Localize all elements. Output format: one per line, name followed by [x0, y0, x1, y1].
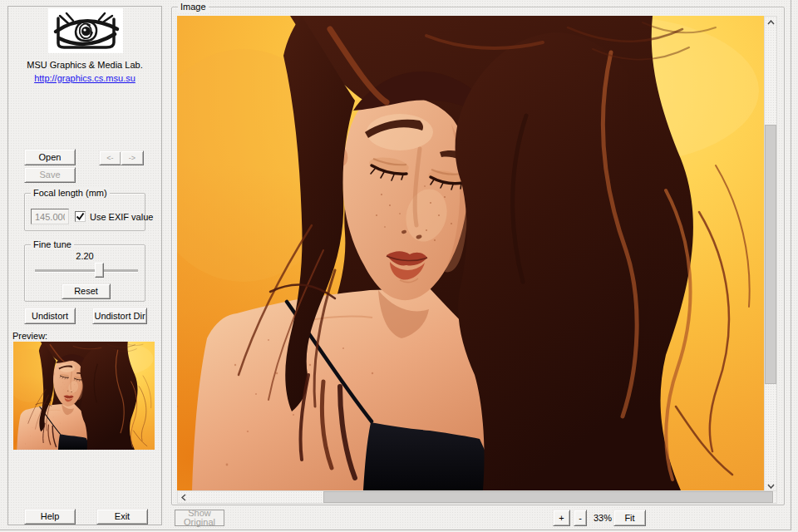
fine-tune-slider-thumb[interactable]	[95, 263, 104, 278]
focal-length-input[interactable]	[31, 209, 69, 224]
reset-button[interactable]: Reset	[62, 283, 111, 299]
lab-logo	[48, 8, 123, 53]
undistort-button[interactable]: Undistort	[24, 308, 76, 324]
portrait-photo[interactable]	[177, 16, 764, 490]
zoom-in-button[interactable]: +	[553, 510, 570, 526]
eye-logo-icon	[48, 8, 123, 53]
horizontal-scroll-thumb[interactable]	[323, 491, 773, 503]
chevron-left-icon	[181, 494, 186, 501]
preview-label: Preview:	[12, 331, 47, 341]
help-button[interactable]: Help	[24, 509, 76, 525]
zoom-level: 33%	[590, 513, 615, 523]
fine-tune-group-label: Fine tune	[31, 239, 74, 249]
chevron-up-icon	[767, 20, 775, 25]
use-exif-label: Use EXIF value	[90, 212, 153, 222]
fine-tune-value: 2.20	[25, 251, 145, 261]
scroll-left-button[interactable]	[178, 491, 190, 503]
lab-link[interactable]: http://graphics.cs.msu.su	[34, 73, 135, 83]
focal-length-group: Focal length (mm) Use EXIF value	[24, 193, 145, 231]
chevron-down-icon	[767, 484, 775, 489]
undistort-dir-button[interactable]: Undistort Dir	[92, 308, 147, 324]
preview-photo	[13, 342, 155, 450]
window-bottom-edge	[0, 530, 791, 530]
scroll-up-button[interactable]	[765, 17, 776, 28]
fit-button[interactable]: Fit	[613, 510, 646, 526]
window-right-edge	[791, 0, 791, 530]
horizontal-scrollbar[interactable]	[177, 490, 777, 504]
focal-length-group-label: Focal length (mm)	[31, 188, 110, 198]
check-icon	[76, 212, 85, 221]
vertical-scroll-thumb[interactable]	[765, 125, 776, 384]
vertical-scrollbar[interactable]	[764, 16, 777, 493]
fine-tune-slider-track[interactable]	[35, 269, 138, 272]
exit-button[interactable]: Exit	[96, 509, 148, 525]
save-button[interactable]: Save	[24, 167, 76, 183]
zoom-out-button[interactable]: -	[574, 510, 587, 526]
open-button[interactable]: Open	[24, 149, 76, 165]
show-original-button[interactable]: Show Original	[175, 510, 224, 526]
image-group-label: Image	[178, 2, 209, 12]
next-image-button[interactable]: ->	[121, 150, 144, 165]
prev-image-button[interactable]: <-	[99, 150, 121, 165]
sidebar: MSU Graphics & Media Lab. http://graphic…	[7, 6, 162, 525]
lab-name: MSU Graphics & Media Lab.	[8, 60, 161, 70]
app-window: { "sidebar": { "lab_name": "MSU Graphics…	[0, 0, 798, 532]
use-exif-checkbox[interactable]	[75, 211, 86, 222]
image-group: Image	[171, 7, 785, 505]
fine-tune-group: Fine tune 2.20 Reset	[24, 244, 145, 302]
